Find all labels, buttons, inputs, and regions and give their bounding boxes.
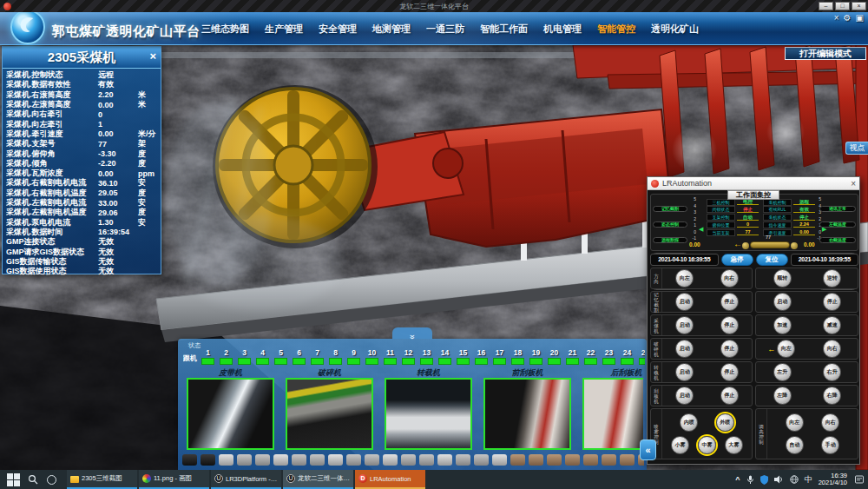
- tray-expand-icon[interactable]: ^: [735, 475, 740, 484]
- control-button[interactable]: 启动: [773, 293, 792, 311]
- nav-menu-item[interactable]: 安全管理: [319, 23, 357, 36]
- mode-button[interactable]: 远程割煤: [653, 237, 687, 243]
- emergency-stop-button[interactable]: 急停: [721, 254, 753, 266]
- support-indicator-light[interactable]: [365, 358, 378, 365]
- support-indicator-light[interactable]: [511, 358, 524, 365]
- nav-menu-item[interactable]: 生产管理: [265, 23, 303, 36]
- close-button[interactable]: ×: [852, 2, 866, 10]
- speaker-icon[interactable]: [774, 475, 784, 484]
- network-globe-icon[interactable]: [790, 475, 799, 484]
- film-thumb[interactable]: [583, 454, 598, 466]
- film-thumb[interactable]: [346, 454, 361, 466]
- panel-close-icon[interactable]: ×: [149, 50, 156, 63]
- spray-button[interactable]: 内喷: [680, 413, 698, 432]
- film-thumb[interactable]: [292, 454, 306, 466]
- film-thumb[interactable]: [492, 454, 507, 466]
- nav-menu-item[interactable]: 机电管理: [543, 23, 582, 36]
- nav-menu-item[interactable]: 智能管控: [597, 23, 635, 36]
- support-indicator-light[interactable]: [529, 358, 542, 365]
- status-button[interactable]: 右截温度: [819, 237, 856, 243]
- film-thumb[interactable]: [565, 454, 580, 466]
- status-button[interactable]: 左截温度: [819, 221, 856, 228]
- film-thumb[interactable]: [219, 454, 233, 466]
- control-button[interactable]: 启动: [675, 316, 694, 334]
- film-thumb[interactable]: [310, 454, 325, 466]
- nav-menu-item[interactable]: 三维态势图: [201, 23, 249, 36]
- control-button[interactable]: 左升: [773, 363, 792, 381]
- control-button[interactable]: 向左: [777, 340, 795, 358]
- film-thumb[interactable]: [437, 454, 452, 466]
- ime-language-indicator[interactable]: 中: [805, 474, 812, 486]
- support-indicator-light[interactable]: [402, 358, 415, 365]
- film-thumb[interactable]: [419, 454, 434, 466]
- control-button[interactable]: 启动: [675, 293, 694, 311]
- cortana-icon[interactable]: [47, 475, 56, 485]
- support-indicator-light[interactable]: [457, 358, 470, 365]
- clock[interactable]: 16:39 2021/4/10: [819, 472, 847, 487]
- film-thumb[interactable]: [529, 454, 543, 466]
- film-thumb[interactable]: [273, 454, 288, 466]
- taskbar-app-button[interactable]: 2305三维截图: [67, 470, 137, 489]
- control-button[interactable]: 右降: [823, 387, 841, 405]
- support-indicator-light[interactable]: [293, 358, 306, 365]
- control-button[interactable]: 启动: [675, 387, 694, 405]
- support-indicator-light[interactable]: [420, 358, 433, 365]
- mode-button[interactable]: 姿态控制: [653, 221, 687, 228]
- control-button[interactable]: 停止: [823, 293, 841, 311]
- control-button[interactable]: 向左: [675, 269, 694, 287]
- support-indicator-light[interactable]: [329, 358, 342, 365]
- spray-button[interactable]: 中雾: [698, 436, 716, 454]
- mode-button[interactable]: 记忆截割: [653, 206, 687, 212]
- control-button[interactable]: 右升: [823, 363, 841, 381]
- support-indicator-light[interactable]: [639, 358, 645, 365]
- control-button[interactable]: 启动: [675, 340, 694, 358]
- support-indicator-light[interactable]: [220, 358, 233, 365]
- adjust-button[interactable]: 向右: [821, 413, 839, 432]
- camera-feed-video[interactable]: [286, 378, 373, 450]
- reset-button[interactable]: 复位: [756, 254, 788, 266]
- maximize-button[interactable]: □: [835, 2, 850, 10]
- open-edit-mode-button[interactable]: 打开编辑模式: [785, 47, 866, 60]
- camera-feed-video[interactable]: [582, 378, 643, 450]
- support-indicator-light[interactable]: [238, 358, 251, 365]
- control-button[interactable]: 左降: [773, 387, 792, 405]
- workface-control-tab[interactable]: 工作面集控: [727, 190, 779, 200]
- control-button[interactable]: 向右: [720, 269, 739, 287]
- control-button[interactable]: 停止: [720, 387, 739, 405]
- film-thumb[interactable]: [201, 454, 215, 466]
- control-button[interactable]: 停止: [720, 293, 739, 311]
- support-indicator-light[interactable]: [566, 358, 579, 365]
- support-indicator-light[interactable]: [256, 358, 269, 365]
- nav-menu-item[interactable]: 一通三防: [426, 23, 464, 36]
- film-thumb[interactable]: [237, 454, 252, 466]
- tools-close-icon[interactable]: ×: [834, 13, 839, 23]
- film-thumb[interactable]: [365, 454, 379, 466]
- film-thumb[interactable]: [182, 454, 197, 466]
- support-indicator-light[interactable]: [584, 358, 597, 365]
- notification-center-icon[interactable]: [855, 475, 864, 484]
- support-indicator-light[interactable]: [311, 358, 324, 365]
- sidebar-collapse-button[interactable]: «: [640, 439, 656, 460]
- panel-collapse-tab[interactable]: «: [392, 327, 432, 339]
- search-icon[interactable]: [28, 474, 38, 485]
- support-indicator-light[interactable]: [602, 358, 615, 365]
- nav-menu-item[interactable]: 地测管理: [372, 23, 411, 36]
- minimize-button[interactable]: –: [819, 2, 833, 10]
- nav-menu-item[interactable]: 智能工作面: [480, 23, 528, 36]
- start-button[interactable]: [7, 473, 20, 486]
- spray-button[interactable]: 外喷: [716, 413, 734, 432]
- camera-feed-video[interactable]: [385, 378, 472, 450]
- film-thumb[interactable]: [620, 454, 635, 466]
- control-button[interactable]: 停止: [720, 316, 739, 334]
- camera-feed-video[interactable]: [187, 378, 274, 450]
- support-indicator-light[interactable]: [438, 358, 451, 365]
- spray-button[interactable]: 大雾: [725, 436, 743, 454]
- control-button[interactable]: 停止: [720, 363, 739, 381]
- control-button[interactable]: 逆转: [823, 269, 841, 287]
- control-button[interactable]: 顺转: [773, 269, 792, 287]
- control-button[interactable]: 启动: [675, 363, 694, 381]
- film-thumb[interactable]: [401, 454, 416, 466]
- support-indicator-light[interactable]: [201, 358, 214, 365]
- support-indicator-light[interactable]: [493, 358, 506, 365]
- spray-button[interactable]: 小雾: [671, 436, 689, 454]
